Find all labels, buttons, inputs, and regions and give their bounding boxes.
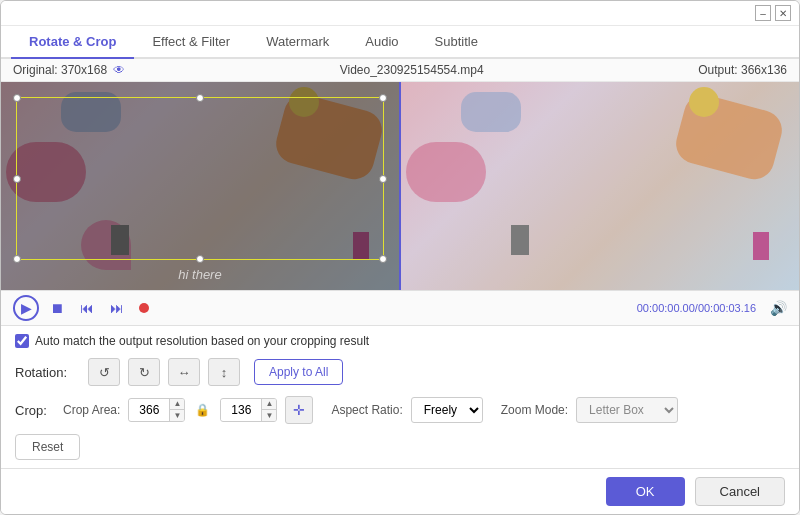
text-overlay: hi there [178, 267, 221, 282]
video-frame-right [401, 82, 799, 290]
eye-icon[interactable]: 👁 [113, 63, 125, 77]
record-indicator [139, 303, 149, 313]
crop-area-label: Crop Area: [63, 403, 120, 417]
zoom-mode-select[interactable]: Letter Box Pan & Scan Full [576, 397, 678, 423]
reset-row: Reset [15, 434, 785, 460]
stop-button[interactable]: ⏹ [45, 296, 69, 320]
rotation-row: Rotation: ↺ ↻ ↔ ↕ Apply to All [15, 358, 785, 386]
crop-label: Crop: [15, 403, 55, 418]
crop-height-up[interactable]: ▲ [262, 399, 276, 410]
crop-width-spinner: ▲ ▼ [169, 399, 184, 421]
minimize-button[interactable]: – [755, 5, 771, 21]
ok-button[interactable]: OK [606, 477, 685, 506]
crosshair-button[interactable]: ✛ [285, 396, 313, 424]
auto-match-label: Auto match the output resolution based o… [35, 334, 369, 348]
tab-watermark[interactable]: Watermark [248, 26, 347, 59]
crop-width-input-group: ▲ ▼ [128, 398, 185, 422]
volume-icon[interactable]: 🔊 [770, 300, 787, 316]
binder-clip-r2 [753, 232, 769, 260]
original-resolution: Original: 370x168 [13, 63, 107, 77]
info-bar: Original: 370x168 👁 Video_230925154554.m… [1, 59, 799, 82]
crop-handle-tm[interactable] [196, 94, 204, 102]
apply-to-all-button[interactable]: Apply to All [254, 359, 343, 385]
playback-controls: ▶ ⏹ ⏮ ⏭ 00:00:00.00/00:00:03.16 🔊 [1, 290, 799, 326]
crop-box[interactable] [16, 97, 384, 260]
title-bar: – ✕ [1, 1, 799, 26]
options-area: Auto match the output resolution based o… [1, 326, 799, 468]
play-button[interactable]: ▶ [13, 295, 39, 321]
filename: Video_230925154554.mp4 [125, 63, 698, 77]
crop-handle-bl[interactable] [13, 255, 21, 263]
aspect-ratio-label: Aspect Ratio: [331, 403, 402, 417]
decoration-pink-r [406, 142, 486, 202]
decoration-blue-r [461, 92, 521, 132]
binder-clip-r1 [511, 225, 529, 255]
crop-handle-br[interactable] [379, 255, 387, 263]
prev-frame-button[interactable]: ⏮ [75, 296, 99, 320]
crop-handle-bm[interactable] [196, 255, 204, 263]
decoration-yellow-r [689, 87, 719, 117]
rotate-left-button[interactable]: ↺ [88, 358, 120, 386]
time-display: 00:00:00.00/00:00:03.16 [637, 302, 756, 314]
tab-subtitle[interactable]: Subtitle [417, 26, 496, 59]
crop-width-down[interactable]: ▼ [170, 410, 184, 421]
crop-width-up[interactable]: ▲ [170, 399, 184, 410]
preview-right [401, 82, 799, 290]
auto-match-checkbox[interactable] [15, 334, 29, 348]
tab-effect-filter[interactable]: Effect & Filter [134, 26, 248, 59]
main-window: – ✕ Rotate & Crop Effect & Filter Waterm… [0, 0, 800, 515]
output-resolution: Output: 366x136 [698, 63, 787, 77]
crop-height-input-group: ▲ ▼ [220, 398, 277, 422]
crop-width-input[interactable] [129, 400, 169, 420]
video-frame-left: hi there [1, 82, 399, 290]
crop-height-spinner: ▲ ▼ [261, 399, 276, 421]
preview-area: hi there [1, 82, 799, 290]
rotate-right-button[interactable]: ↻ [128, 358, 160, 386]
next-frame-button[interactable]: ⏭ [105, 296, 129, 320]
tab-bar: Rotate & Crop Effect & Filter Watermark … [1, 26, 799, 59]
tab-rotate-crop[interactable]: Rotate & Crop [11, 26, 134, 59]
crop-handle-tr[interactable] [379, 94, 387, 102]
preview-left: hi there [1, 82, 401, 290]
close-button[interactable]: ✕ [775, 5, 791, 21]
lock-icon: 🔒 [195, 403, 210, 417]
reset-button[interactable]: Reset [15, 434, 80, 460]
crop-handle-tl[interactable] [13, 94, 21, 102]
crop-handle-ml[interactable] [13, 175, 21, 183]
crop-handle-mr[interactable] [379, 175, 387, 183]
crop-height-input[interactable] [221, 400, 261, 420]
footer: OK Cancel [1, 468, 799, 514]
flip-horizontal-button[interactable]: ↔ [168, 358, 200, 386]
cancel-button[interactable]: Cancel [695, 477, 785, 506]
zoom-mode-label: Zoom Mode: [501, 403, 568, 417]
crop-height-down[interactable]: ▼ [262, 410, 276, 421]
rotation-label: Rotation: [15, 365, 80, 380]
aspect-ratio-select[interactable]: Freely 16:9 4:3 1:1 9:16 [411, 397, 483, 423]
flip-vertical-button[interactable]: ↕ [208, 358, 240, 386]
auto-match-row: Auto match the output resolution based o… [15, 334, 785, 348]
tab-audio[interactable]: Audio [347, 26, 416, 59]
crop-row: Crop: Crop Area: ▲ ▼ 🔒 ▲ ▼ ✛ [15, 396, 785, 424]
